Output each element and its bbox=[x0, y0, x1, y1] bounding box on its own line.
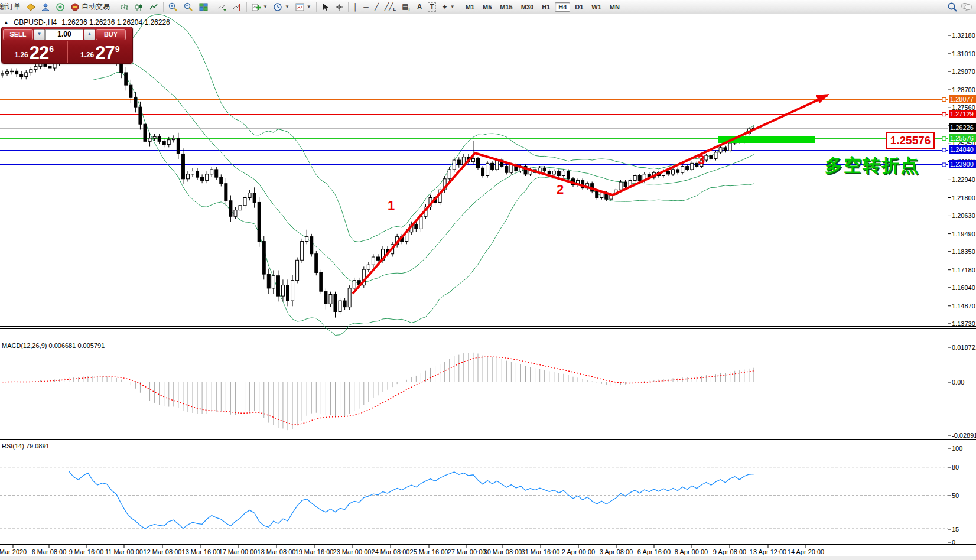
chart-shift-button[interactable] bbox=[230, 1, 245, 13]
timeframe-button-w1[interactable]: W1 bbox=[588, 2, 605, 12]
volume-increase-button[interactable]: ▲ bbox=[84, 29, 95, 40]
candle-body bbox=[177, 138, 180, 154]
volume-decrease-button[interactable]: ▼ bbox=[34, 29, 45, 40]
candle-body bbox=[225, 184, 227, 201]
signals-icon[interactable] bbox=[53, 1, 68, 13]
sell-button[interactable]: SELL bbox=[3, 29, 33, 40]
candle-body bbox=[220, 177, 223, 184]
price-axis-label: 1.28700 bbox=[952, 86, 975, 93]
level-price-label: 1.23900 bbox=[949, 160, 976, 168]
arrows-button[interactable]: ✦▼ bbox=[439, 1, 458, 13]
bar-chart-button[interactable] bbox=[117, 1, 132, 13]
time-axis-label[interactable]: 9 Apr 08:00 bbox=[713, 548, 746, 555]
community-icon[interactable] bbox=[38, 1, 53, 13]
candle-body bbox=[243, 198, 246, 206]
candle-body bbox=[215, 170, 218, 177]
turning-point-annotation[interactable]: 多空转折点 bbox=[825, 154, 919, 178]
search-icon[interactable] bbox=[948, 2, 957, 12]
candle-body bbox=[44, 64, 47, 66]
time-axis-label[interactable]: 23 Mar 00:00 bbox=[333, 548, 372, 555]
time-axis-label[interactable]: 17 Mar 00:00 bbox=[219, 548, 258, 555]
trendline-icon: ╱ bbox=[375, 3, 379, 11]
equidistant-channel-icon: ╱╱E bbox=[385, 2, 396, 11]
timeframe-button-m30[interactable]: M30 bbox=[518, 2, 537, 12]
cursor-button[interactable] bbox=[318, 1, 332, 13]
time-axis-label[interactable]: 6 Apr 16:00 bbox=[637, 548, 671, 555]
candle-body bbox=[144, 124, 147, 141]
candle-body bbox=[471, 158, 474, 161]
ohlc-values: 1.26236 1.26236 1.26204 1.26226 bbox=[61, 18, 170, 27]
arrows-dropdown-arrow[interactable]: ▼ bbox=[450, 4, 455, 9]
price-callout-box[interactable]: 1.25576 bbox=[886, 132, 935, 149]
candle-body bbox=[158, 136, 161, 141]
zoom-out-button[interactable] bbox=[181, 1, 196, 13]
chart-canvas[interactable]: 1231.321801.310101.298701.287001.275601.… bbox=[0, 0, 976, 560]
trendline-button[interactable]: ╱ bbox=[372, 1, 382, 13]
time-axis-label[interactable]: 11 Mar 00:00 bbox=[105, 548, 143, 555]
time-axis-label[interactable]: 27 Mar 00:00 bbox=[448, 548, 486, 555]
tile-windows-button[interactable] bbox=[196, 1, 211, 13]
sell-price[interactable]: 1.26 22 6 bbox=[2, 41, 67, 63]
price-axis-label: 1.22940 bbox=[952, 176, 975, 183]
timeframe-button-h1[interactable]: H1 bbox=[538, 2, 554, 12]
timeframe-button-d1[interactable]: D1 bbox=[571, 2, 587, 12]
text-button[interactable]: A bbox=[414, 1, 425, 13]
fibonacci-button[interactable]: ▤F bbox=[399, 1, 414, 13]
auto-scroll-button[interactable] bbox=[215, 1, 230, 13]
timeframe-button-m1[interactable]: M1 bbox=[462, 2, 478, 12]
candlestick-chart-button[interactable] bbox=[132, 1, 147, 13]
timeframe-button-mn[interactable]: MN bbox=[606, 2, 623, 12]
candle-body bbox=[419, 216, 422, 229]
time-axis-label[interactable]: 12 Mar 08:00 bbox=[144, 548, 182, 555]
time-axis-label[interactable]: 8 Apr 00:00 bbox=[675, 548, 708, 555]
time-axis-label[interactable]: 25 Mar 16:00 bbox=[410, 548, 448, 555]
zoom-in-button[interactable] bbox=[165, 1, 181, 13]
macd-axis-label: 0.00 bbox=[952, 379, 964, 386]
time-axis-label[interactable]: 31 Mar 16:00 bbox=[522, 548, 560, 555]
periods-dropdown-arrow[interactable]: ▼ bbox=[285, 4, 289, 9]
candle-body bbox=[353, 281, 356, 288]
time-axis-label[interactable]: 19 Mar 16:00 bbox=[295, 548, 334, 555]
templates-button[interactable]: ▼ bbox=[292, 1, 314, 13]
indicators-button[interactable]: ▼ bbox=[249, 1, 271, 13]
time-axis-label[interactable]: 9 Mar 16:00 bbox=[69, 548, 104, 555]
new-order-button[interactable]: 新订单 bbox=[0, 1, 24, 13]
time-axis-label[interactable]: 2 Apr 00:00 bbox=[562, 548, 595, 555]
time-axis-label[interactable]: 30 Mar 08:00 bbox=[484, 548, 522, 555]
buy-price-pips: 27 bbox=[95, 45, 114, 61]
timeframe-button-m5[interactable]: M5 bbox=[479, 2, 495, 12]
volume-input[interactable]: 1.00 bbox=[45, 29, 83, 40]
time-axis-label[interactable]: 3 Apr 08:00 bbox=[600, 548, 633, 555]
symbol-collapse-icon[interactable]: ▲ bbox=[4, 19, 9, 25]
candle-body bbox=[633, 175, 636, 180]
chat-icon[interactable] bbox=[961, 2, 972, 11]
time-axis-label[interactable]: 24 Mar 08:00 bbox=[372, 548, 410, 555]
vertical-line-button[interactable]: │ bbox=[350, 1, 361, 13]
candle-body bbox=[320, 272, 323, 291]
candle-body bbox=[1, 73, 4, 75]
indicators-dropdown-arrow[interactable]: ▼ bbox=[263, 4, 268, 9]
time-axis-label[interactable]: 14 Apr 20:00 bbox=[788, 548, 824, 555]
crosshair-button[interactable] bbox=[332, 1, 346, 13]
time-axis-label[interactable]: 13 Mar 16:00 bbox=[182, 548, 220, 555]
timeframe-button-m15[interactable]: M15 bbox=[496, 2, 516, 12]
time-axis-label[interactable]: 18 Mar 08:00 bbox=[258, 548, 296, 555]
templates-dropdown-arrow[interactable]: ▼ bbox=[307, 4, 311, 9]
time-axis-label[interactable]: 13 Apr 12:00 bbox=[750, 548, 786, 555]
text-label-button[interactable]: T bbox=[425, 1, 438, 13]
buy-button[interactable]: BUY bbox=[96, 29, 126, 40]
horizontal-line-button[interactable]: ─ bbox=[360, 1, 372, 13]
periods-button[interactable]: ▼ bbox=[271, 1, 292, 13]
metaeditor-icon[interactable] bbox=[24, 1, 38, 13]
autotrading-button[interactable]: 自动交易 bbox=[68, 1, 113, 13]
time-axis-label[interactable]: Mar 2020 bbox=[0, 548, 27, 555]
level-anchor-marker bbox=[942, 163, 946, 167]
time-axis-label[interactable]: 6 Mar 08:00 bbox=[32, 548, 67, 555]
equidistant-channel-button[interactable]: ╱╱E bbox=[382, 1, 399, 13]
candle-body bbox=[234, 210, 237, 217]
timeframe-button-h4[interactable]: H4 bbox=[555, 2, 570, 12]
buy-price[interactable]: 1.26 27 9 bbox=[67, 41, 133, 63]
text-icon: A bbox=[417, 3, 422, 11]
candle-body bbox=[172, 138, 175, 140]
line-chart-button[interactable] bbox=[147, 1, 161, 13]
